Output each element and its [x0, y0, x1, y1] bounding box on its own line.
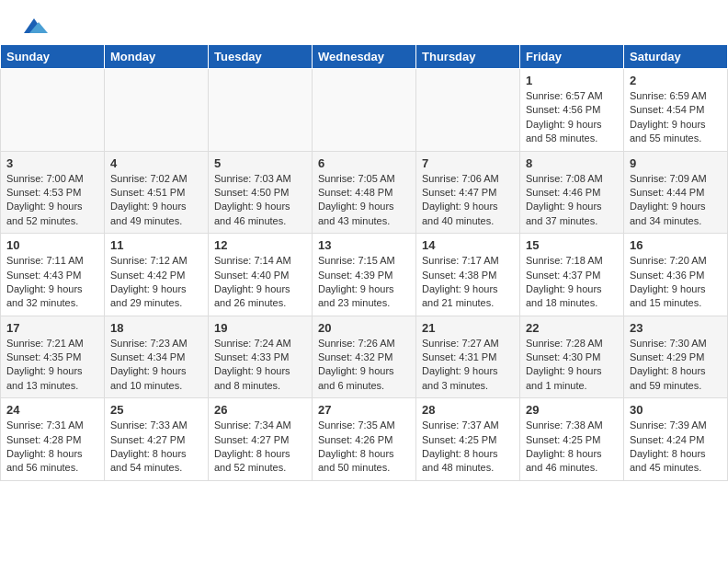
day-number: 20 — [318, 321, 410, 335]
calendar-table: SundayMondayTuesdayWednesdayThursdayFrid… — [0, 44, 728, 481]
day-number: 26 — [214, 403, 306, 417]
day-number: 1 — [526, 74, 618, 87]
week-row-1: 1Sunrise: 6:57 AM Sunset: 4:56 PM Daylig… — [1, 69, 728, 152]
week-row-4: 17Sunrise: 7:21 AM Sunset: 4:35 PM Dayli… — [1, 316, 728, 398]
day-number: 24 — [6, 403, 98, 417]
day-number: 5 — [214, 156, 306, 170]
header-saturday: Saturday — [624, 45, 728, 69]
day-info: Sunrise: 6:59 AM Sunset: 4:54 PM Dayligh… — [630, 90, 707, 144]
cell-week4-day6: 23Sunrise: 7:30 AM Sunset: 4:29 PM Dayli… — [624, 316, 728, 398]
day-number: 4 — [110, 156, 202, 170]
header-thursday: Thursday — [416, 45, 520, 69]
day-info: Sunrise: 7:17 AM Sunset: 4:38 PM Dayligh… — [422, 255, 499, 308]
cell-week2-day3: 6Sunrise: 7:05 AM Sunset: 4:48 PM Daylig… — [313, 151, 416, 234]
day-number: 28 — [422, 403, 514, 417]
cell-week4-day4: 21Sunrise: 7:27 AM Sunset: 4:31 PM Dayli… — [416, 316, 520, 398]
calendar-header: SundayMondayTuesdayWednesdayThursdayFrid… — [1, 45, 728, 69]
day-number: 16 — [630, 238, 722, 252]
day-number: 19 — [214, 321, 306, 335]
day-info: Sunrise: 7:08 AM Sunset: 4:46 PM Dayligh… — [526, 173, 603, 226]
day-number: 23 — [630, 321, 722, 335]
header-tuesday: Tuesday — [209, 45, 313, 69]
logo — [18, 15, 48, 37]
day-number: 11 — [110, 238, 202, 252]
cell-week1-day1 — [105, 69, 209, 152]
day-info: Sunrise: 7:35 AM Sunset: 4:26 PM Dayligh… — [318, 419, 395, 473]
cell-week3-day5: 15Sunrise: 7:18 AM Sunset: 4:37 PM Dayli… — [520, 234, 624, 316]
day-info: Sunrise: 7:03 AM Sunset: 4:50 PM Dayligh… — [214, 173, 291, 226]
day-number: 18 — [110, 321, 202, 335]
header-sunday: Sunday — [1, 45, 105, 69]
header-wednesday: Wednesday — [313, 45, 416, 69]
day-info: Sunrise: 7:39 AM Sunset: 4:24 PM Dayligh… — [630, 419, 707, 473]
cell-week1-day5: 1Sunrise: 6:57 AM Sunset: 4:56 PM Daylig… — [520, 69, 624, 152]
day-info: Sunrise: 7:38 AM Sunset: 4:25 PM Dayligh… — [526, 419, 603, 473]
day-number: 12 — [214, 238, 306, 252]
day-info: Sunrise: 7:27 AM Sunset: 4:31 PM Dayligh… — [422, 338, 499, 391]
cell-week5-day0: 24Sunrise: 7:31 AM Sunset: 4:28 PM Dayli… — [1, 398, 105, 481]
day-info: Sunrise: 6:57 AM Sunset: 4:56 PM Dayligh… — [526, 90, 603, 144]
cell-week2-day0: 3Sunrise: 7:00 AM Sunset: 4:53 PM Daylig… — [1, 151, 105, 234]
day-info: Sunrise: 7:00 AM Sunset: 4:53 PM Dayligh… — [6, 173, 84, 226]
cell-week2-day2: 5Sunrise: 7:03 AM Sunset: 4:50 PM Daylig… — [209, 151, 313, 234]
day-number: 25 — [110, 403, 202, 417]
day-info: Sunrise: 7:34 AM Sunset: 4:27 PM Dayligh… — [214, 419, 291, 473]
day-number: 2 — [630, 74, 722, 87]
day-info: Sunrise: 7:21 AM Sunset: 4:35 PM Dayligh… — [6, 338, 84, 391]
day-info: Sunrise: 7:05 AM Sunset: 4:48 PM Dayligh… — [318, 173, 395, 226]
day-info: Sunrise: 7:33 AM Sunset: 4:27 PM Dayligh… — [110, 419, 188, 473]
cell-week4-day3: 20Sunrise: 7:26 AM Sunset: 4:32 PM Dayli… — [313, 316, 416, 398]
logo-icon — [20, 15, 48, 37]
day-info: Sunrise: 7:12 AM Sunset: 4:42 PM Dayligh… — [110, 255, 188, 308]
cell-week3-day3: 13Sunrise: 7:15 AM Sunset: 4:39 PM Dayli… — [313, 234, 416, 316]
cell-week3-day4: 14Sunrise: 7:17 AM Sunset: 4:38 PM Dayli… — [416, 234, 520, 316]
cell-week2-day6: 9Sunrise: 7:09 AM Sunset: 4:44 PM Daylig… — [624, 151, 728, 234]
cell-week1-day4 — [416, 69, 520, 152]
week-row-3: 10Sunrise: 7:11 AM Sunset: 4:43 PM Dayli… — [1, 234, 728, 316]
day-info: Sunrise: 7:18 AM Sunset: 4:37 PM Dayligh… — [526, 255, 603, 308]
cell-week1-day6: 2Sunrise: 6:59 AM Sunset: 4:54 PM Daylig… — [624, 69, 728, 152]
day-info: Sunrise: 7:11 AM Sunset: 4:43 PM Dayligh… — [6, 255, 84, 308]
day-info: Sunrise: 7:14 AM Sunset: 4:40 PM Dayligh… — [214, 255, 291, 308]
day-number: 10 — [6, 238, 98, 252]
day-info: Sunrise: 7:26 AM Sunset: 4:32 PM Dayligh… — [318, 338, 395, 391]
day-info: Sunrise: 7:20 AM Sunset: 4:36 PM Dayligh… — [630, 255, 707, 308]
header-friday: Friday — [520, 45, 624, 69]
day-number: 6 — [318, 156, 410, 170]
day-number: 3 — [6, 156, 98, 170]
cell-week4-day1: 18Sunrise: 7:23 AM Sunset: 4:34 PM Dayli… — [105, 316, 209, 398]
cell-week2-day5: 8Sunrise: 7:08 AM Sunset: 4:46 PM Daylig… — [520, 151, 624, 234]
calendar-body: 1Sunrise: 6:57 AM Sunset: 4:56 PM Daylig… — [1, 69, 728, 481]
cell-week5-day4: 28Sunrise: 7:37 AM Sunset: 4:25 PM Dayli… — [416, 398, 520, 481]
day-number: 27 — [318, 403, 410, 417]
day-number: 8 — [526, 156, 618, 170]
week-row-5: 24Sunrise: 7:31 AM Sunset: 4:28 PM Dayli… — [1, 398, 728, 481]
day-number: 30 — [630, 403, 722, 417]
page-header — [0, 0, 728, 44]
day-number: 9 — [630, 156, 722, 170]
header-monday: Monday — [105, 45, 209, 69]
week-row-2: 3Sunrise: 7:00 AM Sunset: 4:53 PM Daylig… — [1, 151, 728, 234]
day-info: Sunrise: 7:28 AM Sunset: 4:30 PM Dayligh… — [526, 338, 603, 391]
cell-week2-day4: 7Sunrise: 7:06 AM Sunset: 4:47 PM Daylig… — [416, 151, 520, 234]
cell-week3-day0: 10Sunrise: 7:11 AM Sunset: 4:43 PM Dayli… — [1, 234, 105, 316]
day-number: 22 — [526, 321, 618, 335]
day-info: Sunrise: 7:02 AM Sunset: 4:51 PM Dayligh… — [110, 173, 188, 226]
day-info: Sunrise: 7:31 AM Sunset: 4:28 PM Dayligh… — [6, 419, 84, 473]
cell-week2-day1: 4Sunrise: 7:02 AM Sunset: 4:51 PM Daylig… — [105, 151, 209, 234]
cell-week5-day3: 27Sunrise: 7:35 AM Sunset: 4:26 PM Dayli… — [313, 398, 416, 481]
day-info: Sunrise: 7:30 AM Sunset: 4:29 PM Dayligh… — [630, 338, 707, 391]
day-number: 17 — [6, 321, 98, 335]
cell-week3-day2: 12Sunrise: 7:14 AM Sunset: 4:40 PM Dayli… — [209, 234, 313, 316]
day-info: Sunrise: 7:06 AM Sunset: 4:47 PM Dayligh… — [422, 173, 499, 226]
day-info: Sunrise: 7:09 AM Sunset: 4:44 PM Dayligh… — [630, 173, 707, 226]
day-number: 21 — [422, 321, 514, 335]
day-info: Sunrise: 7:24 AM Sunset: 4:33 PM Dayligh… — [214, 338, 291, 391]
cell-week1-day3 — [313, 69, 416, 152]
cell-week3-day1: 11Sunrise: 7:12 AM Sunset: 4:42 PM Dayli… — [105, 234, 209, 316]
day-number: 13 — [318, 238, 410, 252]
day-info: Sunrise: 7:23 AM Sunset: 4:34 PM Dayligh… — [110, 338, 188, 391]
cell-week5-day5: 29Sunrise: 7:38 AM Sunset: 4:25 PM Dayli… — [520, 398, 624, 481]
cell-week4-day0: 17Sunrise: 7:21 AM Sunset: 4:35 PM Dayli… — [1, 316, 105, 398]
day-number: 7 — [422, 156, 514, 170]
